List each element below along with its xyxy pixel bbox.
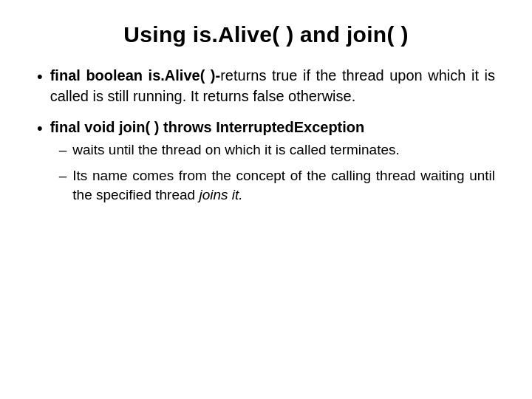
slide-title: Using is.Alive( ) and join( ) [37, 22, 495, 47]
sub-text-1: waits until the thread on which it is ca… [72, 140, 495, 160]
bullet-text-1: final boolean is.Alive( )-returns true i… [50, 65, 495, 106]
bullet-dot-2: • [37, 117, 43, 140]
bullet-1-bold: final boolean is.Alive( )- [50, 67, 221, 83]
sub-text-2-before-italic: Its name comes from the concept of the c… [72, 168, 495, 203]
sub-bullet-list: – waits until the thread on which it is … [59, 140, 495, 205]
slide-container: Using is.Alive( ) and join( ) • final bo… [0, 0, 532, 399]
bullet-dot-1: • [37, 66, 43, 89]
sub-bullet-item-1: – waits until the thread on which it is … [59, 140, 495, 160]
bullet-2-bold: final void join( ) throws InterruptedExc… [50, 119, 365, 135]
bullet-item-2: • final void join( ) throws InterruptedE… [37, 117, 495, 211]
sub-text-2: Its name comes from the concept of the c… [72, 166, 495, 205]
bullet-item-1: • final boolean is.Alive( )-returns true… [37, 65, 495, 106]
sub-text-2-italic: joins it. [199, 187, 242, 202]
sub-bullet-item-2: – Its name comes from the concept of the… [59, 166, 495, 205]
sub-dash-1: – [59, 140, 67, 160]
sub-dash-2: – [59, 166, 67, 186]
bullet-text-2: final void join( ) throws InterruptedExc… [50, 117, 495, 211]
bullet-list: • final boolean is.Alive( )-returns true… [37, 65, 495, 222]
